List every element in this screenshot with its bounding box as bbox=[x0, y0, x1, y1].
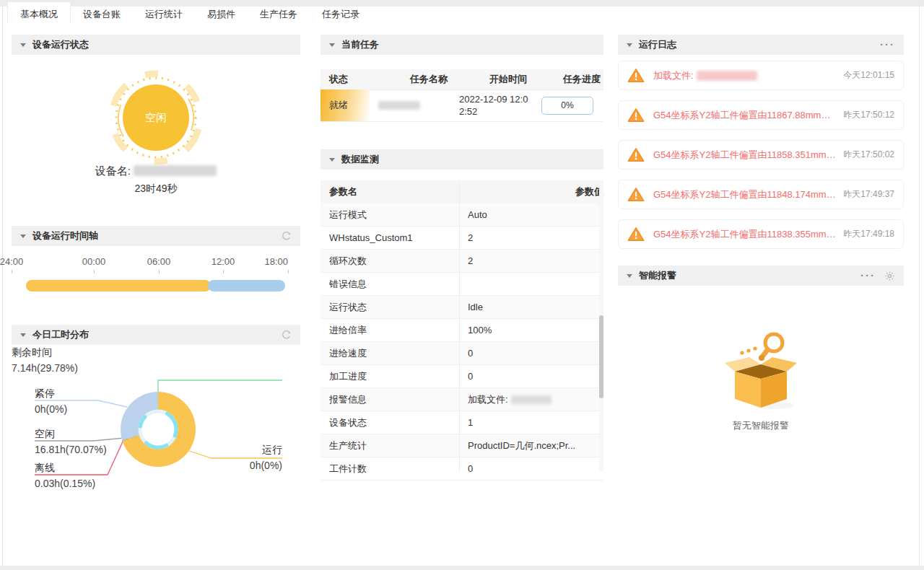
timeline-tick-label: 12:00 bbox=[212, 256, 235, 267]
slice-value: 16.81h(70.07%) bbox=[35, 442, 107, 457]
param-value-cell: 0 bbox=[459, 463, 603, 474]
timeline-tick-label: 06:00 bbox=[147, 256, 171, 267]
empty-state-text: 暂无智能报警 bbox=[618, 419, 904, 432]
param-value-cell: 1 bbox=[459, 417, 603, 428]
more-icon[interactable]: ··· bbox=[860, 272, 876, 279]
timeline-tick-label: 00:00 bbox=[82, 256, 106, 267]
donut-callout: 离线 0.03h(0.15%) bbox=[35, 460, 95, 491]
param-value: ProductID=几何.ncex;Pr... bbox=[468, 439, 575, 452]
log-item[interactable]: G54坐标系Y2轴工件偏置由11838.355mm修改... 昨天17:49:1… bbox=[618, 219, 904, 249]
redacted-log-text bbox=[697, 71, 757, 81]
task-start-time-cell: 2022-12-09 12:02:52 bbox=[450, 89, 530, 121]
slice-label: 紧停 bbox=[35, 386, 67, 400]
task-column-header: 任务名称 bbox=[401, 73, 481, 86]
param-value: 2 bbox=[468, 255, 473, 266]
log-message-wrap: G54坐标系Y2轴工件偏置由11838.355mm修改... bbox=[653, 228, 836, 241]
slice-value: 0h(0%) bbox=[35, 402, 67, 416]
slice-value: 0h(0%) bbox=[250, 458, 282, 473]
log-timestamp: 今天12:01:15 bbox=[843, 69, 894, 82]
tab[interactable]: 基本概况 bbox=[7, 1, 71, 23]
panel-run-timeline: 设备运行时间轴 00:00 06:00 12:00 18:00 24:00 bbox=[12, 226, 300, 307]
collapse-caret-icon[interactable] bbox=[329, 43, 335, 47]
param-name: 生产统计 bbox=[321, 439, 459, 452]
param-value-cell: Auto bbox=[459, 209, 603, 220]
param-value: 0 bbox=[468, 463, 473, 474]
gear-icon[interactable] bbox=[884, 271, 895, 281]
panel-run-log: 运行日志 ··· 加载文件: 今天12:01:15 bbox=[618, 35, 904, 251]
timeline-tick-label: 18:00 bbox=[264, 256, 288, 267]
collapse-caret-icon[interactable] bbox=[627, 274, 632, 278]
monitor-column-header: 参数名 bbox=[321, 185, 567, 198]
log-item[interactable]: G54坐标系Y2轴工件偏置由11848.174mm修改... 昨天17:49:3… bbox=[618, 180, 904, 209]
param-value: 2 bbox=[468, 232, 473, 243]
log-timestamp: 昨天17:49:18 bbox=[843, 228, 894, 240]
panel-title: 设备运行状态 bbox=[32, 38, 89, 51]
window-right-edge bbox=[919, 0, 920, 570]
param-name: 进给速度 bbox=[321, 347, 459, 360]
param-name: WHstatus_Custom1 bbox=[321, 232, 459, 243]
panel-title: 智能报警 bbox=[639, 269, 676, 282]
collapse-caret-icon[interactable] bbox=[20, 333, 26, 337]
log-item[interactable]: 加载文件: 今天12:01:15 bbox=[618, 61, 904, 90]
donut-callout: 紧停 0h(0%) bbox=[35, 386, 67, 416]
log-timestamp: 昨天17:50:02 bbox=[843, 149, 894, 161]
log-item[interactable]: G54坐标系Y2轴工件偏置由11858.351mm修改... 昨天17:50:0… bbox=[618, 140, 904, 170]
more-icon[interactable]: ··· bbox=[880, 41, 895, 48]
param-name: 循环次数 bbox=[321, 255, 459, 268]
slice-label: 剩余时间 bbox=[12, 345, 78, 359]
monitor-row: 设备状态 1 bbox=[321, 411, 603, 434]
param-value: Idle bbox=[468, 302, 483, 312]
tab[interactable]: 运行统计 bbox=[133, 6, 195, 23]
warning-triangle-icon bbox=[627, 108, 645, 123]
status-label: 空闲 bbox=[145, 111, 167, 123]
monitor-row: 加工进度 0 bbox=[321, 365, 603, 388]
param-name: 错误信息 bbox=[321, 278, 459, 291]
param-value: Auto bbox=[468, 209, 487, 220]
panel-title: 数据监测 bbox=[341, 153, 379, 166]
panel-header: 智能报警 ··· bbox=[618, 266, 904, 286]
refresh-icon[interactable] bbox=[281, 330, 292, 341]
param-value-cell: ProductID=几何.ncex;Pr... bbox=[459, 439, 603, 452]
redacted-value bbox=[511, 395, 552, 404]
panel-title: 运行日志 bbox=[639, 38, 676, 51]
panel-data-monitor: 数据监测 参数名参数值 运行模式 Auto WHstatus_Custom1 2… bbox=[321, 149, 603, 475]
device-name-label: 设备名: bbox=[95, 165, 131, 177]
equipment-dashboard: 基本概况设备台账运行统计易损件生产任务任务记录 设备运行状态 空闲 设备名: 2… bbox=[0, 0, 924, 570]
monitor-column-divider bbox=[459, 180, 460, 472]
log-message: 加载文件: bbox=[653, 69, 694, 82]
panel-header: 设备运行时间轴 bbox=[12, 226, 300, 246]
monitor-scrollbar[interactable] bbox=[599, 180, 603, 472]
refresh-icon[interactable] bbox=[281, 231, 292, 242]
collapse-caret-icon[interactable] bbox=[329, 158, 335, 162]
panel-header: 今日工时分布 bbox=[12, 325, 300, 345]
tab[interactable]: 任务记录 bbox=[310, 6, 372, 23]
monitor-row: 错误信息 bbox=[321, 273, 603, 296]
monitor-row: 进给速度 0 bbox=[321, 342, 603, 365]
timeline-tick-mark bbox=[159, 270, 160, 273]
param-name: 报警信息 bbox=[321, 393, 459, 406]
param-value: 0 bbox=[468, 348, 473, 359]
warning-triangle-icon bbox=[627, 187, 645, 202]
monitor-row: WHstatus_Custom1 2 bbox=[321, 227, 603, 250]
tab[interactable]: 生产任务 bbox=[248, 6, 310, 23]
monitor-table-body: 运行模式 Auto WHstatus_Custom1 2 循环次数 2 错误 bbox=[321, 203, 603, 481]
collapse-caret-icon[interactable] bbox=[627, 43, 632, 47]
monitor-row: 报警信息 加载文件: bbox=[321, 388, 603, 411]
log-timestamp: 昨天17:49:37 bbox=[843, 188, 894, 201]
device-name-row: 设备名: bbox=[12, 165, 300, 178]
collapse-caret-icon[interactable] bbox=[20, 234, 26, 238]
panel-header: 数据监测 bbox=[321, 149, 603, 170]
tab[interactable]: 易损件 bbox=[195, 6, 248, 23]
param-value: 加载文件: bbox=[468, 393, 508, 406]
monitor-scrollbar-thumb[interactable] bbox=[599, 315, 603, 398]
monitor-row: 工件计数 0 bbox=[321, 457, 603, 481]
param-name: 进给倍率 bbox=[321, 324, 459, 337]
param-name: 运行模式 bbox=[321, 209, 459, 222]
monitor-row: 运行状态 Idle bbox=[321, 296, 603, 319]
monitor-table-header: 参数名参数值 bbox=[321, 180, 603, 204]
collapse-caret-icon[interactable] bbox=[20, 43, 26, 47]
panel-title: 设备运行时间轴 bbox=[32, 229, 98, 242]
param-value: 0 bbox=[468, 371, 473, 382]
tab[interactable]: 设备台账 bbox=[71, 6, 133, 23]
log-item[interactable]: G54坐标系Y2轴工件偏置由11867.88mm修改为... 昨天17:50:1… bbox=[618, 100, 904, 130]
